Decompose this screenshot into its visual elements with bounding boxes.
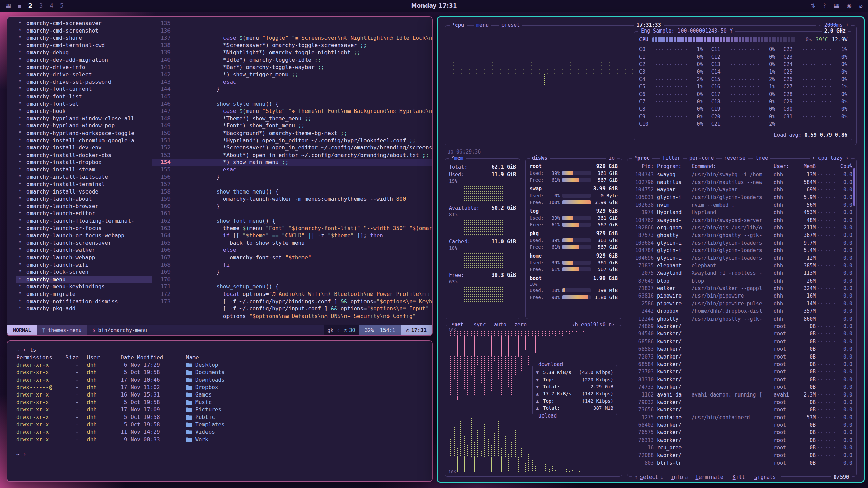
power-icon[interactable]: ⌀ — [859, 2, 863, 9]
net-sync-button[interactable]: sync — [471, 322, 488, 328]
process-row[interactable]: 102638 nvim nvim --embed . dhh 56M 0.0 — [631, 201, 852, 209]
workspace-1-indicator[interactable]: ▪ — [18, 2, 22, 9]
terminal-output[interactable]: ~ › ls Permissions Size User Date Modifi… — [7, 341, 432, 464]
workspace-button[interactable]: 3 — [39, 2, 43, 9]
file-tree-item[interactable]: * omarchy-install-vscode — [16, 188, 152, 196]
process-table-header[interactable]: Pid: Program: Command: User: MemB Cpu% — [631, 162, 852, 171]
preset-button[interactable]: preset — [499, 22, 522, 28]
file-tree-item[interactable]: * omarchy-launch-editor — [16, 210, 152, 217]
process-row[interactable]: 68583 kworker/ root 0B 0.0 — [631, 345, 852, 353]
process-row[interactable]: 104696 glycin-i /usr/lib/glycin-loaders … — [631, 254, 852, 262]
disks-panel-title[interactable]: disks — [530, 155, 550, 161]
file-tree-item[interactable]: * omarchy-install-dev-env — [16, 144, 152, 151]
file-tree-item[interactable]: * omarchy-migrate — [16, 290, 152, 298]
process-row[interactable]: 104752 waybar /usr/bin/waybar dhh 69M 0.… — [631, 186, 852, 194]
process-row[interactable]: 104743 swaybg /usr/bin/swaybg -i /hom dh… — [631, 171, 852, 178]
tree-button[interactable]: tree — [753, 155, 770, 161]
file-tree-item[interactable]: * omarchy-launch-about — [16, 195, 152, 203]
file-tree-item[interactable]: * omarchy-install-terminal — [16, 181, 152, 188]
process-row[interactable]: 87649 btop btop dhh 26M 0.0 — [631, 277, 852, 284]
file-tree-item[interactable]: * omarchy-hyprland-window-pop — [16, 122, 152, 129]
file-tree-item[interactable]: * omarchy-debug — [16, 49, 152, 56]
file-tree-item[interactable]: * omarchy-launch-browser — [16, 203, 152, 210]
per-core-button[interactable]: per-core — [687, 155, 716, 161]
file-tree-item[interactable]: * omarchy-cmd-share — [16, 34, 152, 42]
file-tree-item[interactable]: * omarchy-drive-set-password — [16, 78, 152, 86]
process-row[interactable]: 102796 nautilus /usr/bin/nautilus --new … — [631, 178, 852, 186]
cpu-panel-title[interactable]: ¹cpu — [450, 22, 467, 28]
file-tree-item[interactable]: * omarchy-install-steam — [16, 166, 152, 174]
process-action-button[interactable]: Kill — [731, 474, 747, 480]
workspace-button[interactable]: 4 — [50, 2, 53, 9]
sort-column-selector[interactable]: ‹ cpu lazy › — [810, 155, 851, 161]
process-row[interactable]: 72073 kworker/ root 0B 0.0 — [631, 353, 852, 360]
monitor-icon[interactable]: ▦ — [834, 2, 839, 9]
process-row[interactable]: 73703 kworker/ root 0B 0.0 — [631, 368, 852, 375]
process-action-button[interactable]: signals — [752, 474, 778, 480]
file-tree-item[interactable]: * omarchy-drive-select — [16, 71, 152, 78]
file-tree-item[interactable]: * omarchy-hyprland-window-close-all — [16, 115, 152, 122]
process-row[interactable]: 16 rcu_pree root 0B 0.0 — [631, 444, 852, 451]
file-tree-item[interactable]: * omarchy-install-docker-dbs — [16, 151, 152, 159]
process-row[interactable]: 87573 ghostty /usr/bin/ghostty --gtk- dh… — [631, 231, 852, 239]
process-row[interactable]: 1275 containe /usr/bin/containerd root 5… — [631, 414, 852, 421]
process-row[interactable]: 12244 ghostty /usr/bin/ghostty --gtk- dh… — [631, 315, 852, 322]
process-row[interactable]: 94540 kworker/ root 0B 0.0 — [631, 330, 852, 338]
process-action-button[interactable]: info ↵ — [669, 474, 688, 480]
process-row[interactable]: 2075 Xwayland Xwayland :1 -rootless - dh… — [631, 269, 852, 277]
process-row[interactable]: 105031 glycin-i /usr/lib/glycin-loaders … — [631, 194, 852, 201]
file-tree-item[interactable]: * omarchy-font-set — [16, 100, 152, 108]
file-tree-item[interactable]: * omarchy-cmd-terminal-cwd — [16, 42, 152, 49]
file-tree-item[interactable]: * omarchy-launch-or-focus — [16, 225, 152, 232]
file-tree-item[interactable]: * omarchy-install-chromium-google-a — [16, 137, 152, 144]
process-row[interactable]: 71837 walker /usr/bin/walker --gappl dhh… — [631, 285, 852, 292]
code-pane[interactable]: 135 case $(menu "Toggle" "▣ Screensaver\… — [152, 17, 432, 325]
process-row[interactable]: 104762 swayosd- /usr/bin/swayosd-server … — [631, 216, 852, 224]
file-tree-item[interactable]: * omarchy-dev-add-migration — [16, 56, 152, 64]
process-action-button[interactable]: terminate — [693, 474, 725, 480]
process-row[interactable]: 1974 Hyprland Hyprland dhh 453M 0.0 — [631, 209, 852, 216]
file-tree-item[interactable]: * omarchy-launch-wifi — [16, 261, 152, 269]
file-tree-item[interactable]: * omarchy-drive-info — [16, 64, 152, 71]
process-row[interactable]: 68584 kworker/ root 0B 0.0 — [631, 361, 852, 368]
volume-icon[interactable]: ◉ — [847, 2, 852, 9]
file-tree-item[interactable]: * omarchy-pkg-add — [16, 305, 152, 312]
file-tree-item[interactable]: * omarchy-cmd-screenshot — [16, 27, 152, 35]
process-row[interactable]: 803 btrfs-tr root 0B 0.0 — [631, 459, 852, 467]
file-tree-item[interactable]: * omarchy-launch-screensaver — [16, 239, 152, 247]
file-tree-item[interactable]: * omarchy-launch-webapp — [16, 254, 152, 261]
net-auto-button[interactable]: auto — [492, 322, 509, 328]
process-panel-title[interactable]: ⁴proc — [632, 155, 652, 161]
process-row[interactable]: 71835 elephant elephant dhh 385M 0.0 — [631, 262, 852, 269]
process-row[interactable]: 74869 kworker/ root 0B 0.0 — [631, 323, 852, 330]
file-tree-item[interactable]: * omarchy-notification-dismiss — [16, 298, 152, 305]
workspace-button[interactable]: 5 — [60, 2, 64, 9]
file-tree-item[interactable]: * omarchy-launch-walker — [16, 246, 152, 254]
menu-button[interactable]: menu — [474, 22, 491, 28]
reverse-button[interactable]: reverse — [722, 155, 748, 161]
process-row[interactable]: 81310 kworker/ root 0B 0.0 — [631, 376, 852, 383]
workspace-button[interactable]: 2 — [28, 2, 33, 9]
net-zero-button[interactable]: zero — [512, 322, 529, 328]
memory-panel-title[interactable]: ²mem — [449, 155, 466, 161]
io-mode-button[interactable]: io — [606, 155, 617, 161]
process-row[interactable]: 76313 kworker/ root 0B 0.0 — [631, 436, 852, 444]
file-tree-item[interactable]: * omarchy-menu-keybindings — [16, 283, 152, 290]
process-row[interactable]: 103684 glycin-i /usr/lib/glycin-loaders … — [631, 239, 852, 247]
process-row[interactable]: 104784 glycin-i /usr/lib/glycin-loaders … — [631, 247, 852, 254]
bluetooth-icon[interactable]: ᛒ — [823, 2, 826, 9]
process-row[interactable]: 1162 avahi-da avahi-daemon: running [ av… — [631, 391, 852, 398]
file-tree-item[interactable]: * omarchy-install-dropbox — [16, 159, 152, 166]
file-tree-item[interactable]: * omarchy-install-tailscale — [16, 173, 152, 181]
scroll-up-icon[interactable]: ↑ — [849, 161, 852, 167]
process-row[interactable]: 74733 kworker/ root 0B 0.0 — [631, 383, 852, 391]
update-icon[interactable]: ⇅ — [810, 2, 815, 9]
process-row[interactable]: 2586 pipewire /usr/bin/pipewire-pulse dh… — [631, 300, 852, 307]
process-row[interactable]: 68402 kworker/ root 0B 0.0 — [631, 421, 852, 429]
file-tree-item[interactable]: * omarchy-cmd-screensaver — [16, 20, 152, 27]
file-tree-item[interactable]: * omarchy-hook — [16, 107, 152, 115]
refresh-interval-control[interactable]: - 2000ms + — [816, 22, 851, 28]
process-row[interactable]: 79032 kworker/ root 0B 0.0 — [631, 399, 852, 406]
file-tree-item[interactable]: * omarchy-menu — [16, 276, 152, 283]
process-row[interactable]: 63816 pipewire /usr/bin/pipewire dhh 16M… — [631, 292, 852, 300]
